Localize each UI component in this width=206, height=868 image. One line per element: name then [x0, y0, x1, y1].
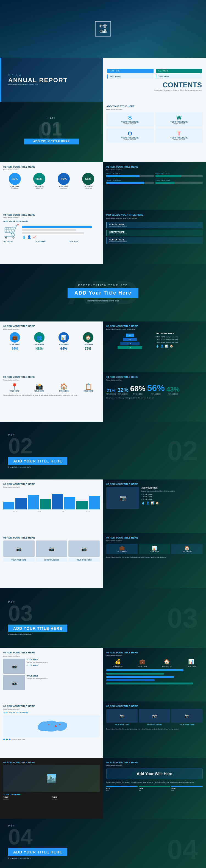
photo-placeholder: 📷 — [106, 487, 139, 509]
slide-location-numbers: 03 ADD YOUR TITLE HERE Presentation text… — [0, 372, 206, 422]
part01-content: Part 01 ADD YOUR TITLE HERE — [24, 117, 79, 144]
part03-title: ADD YOUR TITLE HERE — [8, 625, 67, 632]
p03r-label-3: TITLE HERE — [173, 551, 201, 552]
wile-title: 03 ADD YOUR TITLE HERE — [106, 761, 203, 764]
photo-item-3: ● TITLE HERE — [141, 498, 203, 500]
pyr-3: 03 — [120, 342, 140, 345]
slide-center-title: ADD PRESENTATION TEMPLATE ADD Your Title… — [0, 264, 206, 321]
photo2-2: 📷 — [3, 675, 25, 690]
bar-fill-4 — [156, 182, 174, 184]
pct-item-2: 46% TITLE HERE Subtitle text — [28, 173, 50, 189]
right-icon-3: 📊 — [165, 345, 168, 348]
photo-text-body: Lorem ipsum sample text here for this se… — [141, 490, 203, 492]
wile-panel: 03 ADD YOUR TITLE HERE Presentation text… — [103, 758, 206, 819]
part-number: 01 — [24, 119, 79, 138]
photo3-3: 📷 — [171, 709, 203, 723]
text-panel-02: 02 ADD YOUR TITLE HERE Lorem ipsum dolor… — [103, 321, 206, 372]
p2-label-1: TITLE HERE — [27, 659, 100, 660]
num-sub: Presentation text here — [106, 379, 203, 381]
bar-chart-panel: 01 ADD YOUR TITLE HERE Lorem ipsum text … — [0, 479, 103, 533]
bar-c-4 — [40, 499, 51, 510]
part02-subtitle: Presentation template here — [8, 466, 67, 468]
photos2-labels: TITLE HERE Sample text description here … — [27, 659, 100, 674]
icons-panel: 01 ADD YOUR TITLE HERE Presentation text… — [0, 321, 103, 372]
pyr-1: 01 — [126, 334, 134, 337]
bar-chart-title: 01 ADD YOUR TITLE HERE — [3, 483, 100, 486]
photo-content: 📷 ADD YOUR TITLE Lorem ipsum sample text… — [106, 487, 203, 509]
part04-bg-num: 04 — [167, 834, 198, 865]
num-item-3: 68% TITLE HERE — [130, 384, 145, 395]
photos3-panel: 02 ADD YOUR TITLE HERE 📷 📷 📷 YOUR TITLE … — [103, 702, 206, 758]
pl-3: YOUR TITLE HERE — [68, 558, 100, 562]
bar-chart-svg — [3, 490, 100, 509]
num-val-5: 43% — [166, 385, 180, 393]
bar-c-3 — [28, 495, 39, 510]
part03-content: Part 03 ADD YOUR TITLE HERE Presentation… — [0, 595, 75, 641]
icon-circle-3: 📊 — [59, 332, 69, 343]
loc-item-1: 📍 TITLE HERE — [3, 383, 26, 392]
icon-pct-4: 72% — [76, 347, 100, 351]
photo-item-1: ● TITLE HERE — [141, 494, 203, 495]
swot-o-letter: O — [108, 130, 151, 137]
prog-ico-label-2: YOUR TITLE — [131, 665, 153, 667]
text-right-item-3: TITLE HERE: sample text here — [156, 342, 203, 343]
slide-icons-text: 01 ADD YOUR TITLE HERE Presentation text… — [0, 321, 206, 372]
bc-label-3: TITLE — [52, 511, 75, 513]
bar-label-3: YOUR TITLE HERE — [106, 179, 154, 181]
swot-o-label: YOUR TITLE HERE — [108, 137, 151, 139]
dark-photo-panel: 02 ADD YOUR TITLE HERE 🏙️ YOUR TITLE HER… — [0, 758, 103, 819]
prog-bar-5 — [106, 683, 193, 684]
part02-bg-num: 02 — [167, 435, 198, 467]
photos-row: 📷 📷 📷 — [3, 540, 100, 557]
swot-o: O YOUR TITLE HERE Sample text here — [106, 128, 154, 143]
swot-s-text: Sample text here — [108, 123, 151, 124]
swot-o-text: Sample text here — [108, 139, 151, 141]
svg-point-1 — [48, 724, 49, 725]
p03r-icon-3: 🏠 — [173, 546, 201, 551]
contents-panel: TEXT HERE TEXT HERE TEXT HERE TEXT HERE … — [103, 58, 206, 102]
loc-icons-row: 📍 TITLE HERE 📸 TITLE HERE 🏠 TITLE HERE 📋… — [3, 383, 100, 392]
center-main-title: ADD Your Title Here — [68, 288, 138, 298]
part04-title: ADD YOUR TITLE HERE — [8, 848, 67, 856]
prog-bar-3 — [106, 676, 174, 678]
ph-icon-2: 👤 — [146, 501, 149, 504]
p03r-sub: Presentation text here — [106, 540, 203, 541]
p3-label-3: YOUR TITLE HERE — [171, 724, 203, 726]
prog-ico-label-4: YOUR TITLE — [180, 665, 203, 667]
svg-point-0 — [55, 725, 57, 727]
icons-sub: Presentation text here — [3, 328, 100, 330]
bar-c-7 — [76, 501, 87, 510]
icon-pct-1: 56% — [3, 347, 27, 351]
num-title: 04 ADD YOUR TITLE HERE — [106, 376, 203, 378]
icon-pct-2: 48% — [28, 347, 51, 351]
part03-subtitle: Presentation template here — [8, 633, 67, 636]
swot-t-text: Sample text here — [158, 139, 201, 141]
icon-label-4: TITLE HERE — [77, 343, 100, 345]
pl-1: YOUR TITLE HERE — [3, 558, 35, 562]
ph-icon-3: 📊 — [151, 501, 154, 504]
dark-photo-bg: 🏙️ — [3, 765, 100, 792]
prog-sub: Presentation text here — [106, 655, 203, 656]
cart-icon: 🛒 — [3, 224, 20, 239]
wile-sub: Presentation text here — [106, 765, 203, 766]
icon-circle-4: 🏠 — [83, 332, 93, 343]
prog-bar-1 — [106, 669, 183, 671]
numbers-panel: 04 ADD YOUR TITLE HERE Presentation text… — [103, 372, 206, 422]
bar-fill-3 — [106, 182, 144, 184]
pct-title: 02 ADD YOUR TITLE HERE — [3, 165, 100, 168]
p03r-label-2: TITLE HERE — [141, 551, 169, 552]
right-dark-item-2: CONTENT HERE Sample text here for conten… — [106, 230, 203, 236]
photos2-title: 02 ADD YOUR TITLE HERE — [3, 651, 100, 654]
num-val-4: 56% — [147, 383, 165, 393]
wi-s-2: text — [139, 789, 170, 791]
p3-label-1: YOUR TITLE HERE — [106, 724, 138, 726]
pct-sub-2: Subtitle text — [28, 187, 50, 189]
bar-c-8 — [89, 496, 100, 509]
pyramid: 01 02 03 04 — [106, 334, 153, 349]
dot-3 — [9, 739, 10, 740]
dp-item-2: TITLE text here — [52, 796, 100, 800]
slide-annual-report: 2 0 1 6 ANNUAL REPORT Presentation Templ… — [0, 58, 206, 102]
icon-item-1: 💼 TITLE HERE — [3, 332, 26, 345]
p2-label-2: TITLE HERE — [27, 664, 100, 666]
p3-label-2: YOUR TITLE HERE — [139, 724, 170, 726]
